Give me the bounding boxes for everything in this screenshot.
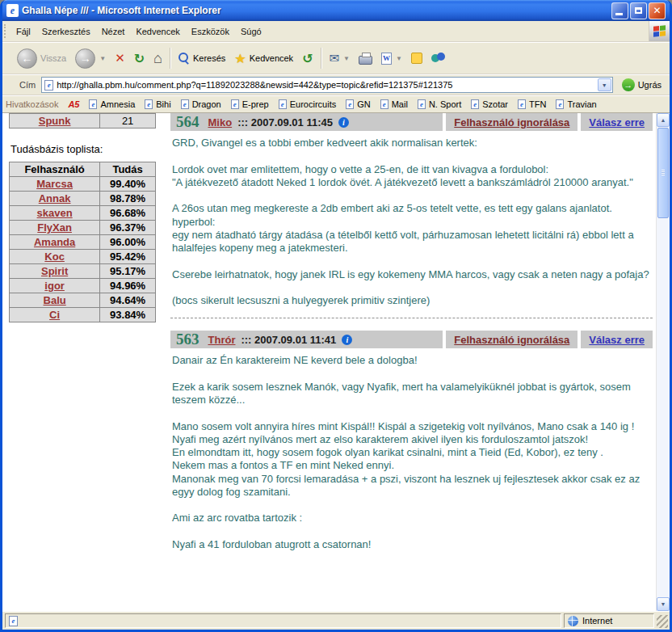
scrollbar-track[interactable] — [657, 219, 670, 597]
toplist-user-link[interactable]: Koc — [44, 251, 65, 263]
menu-tools[interactable]: Eszközök — [186, 21, 235, 41]
post-datetime: ::: 2007.09.01 11:41 — [241, 334, 336, 346]
edit-button[interactable]: W ▼ — [377, 44, 406, 72]
link-eurocircuits[interactable]: Eurocircuits — [279, 99, 336, 109]
vertical-scrollbar[interactable]: ▲ ▼ — [656, 113, 670, 611]
resize-grip[interactable] — [657, 615, 668, 628]
address-url[interactable]: http://ghalla.pbm.hu/comment.php?q=11892… — [57, 80, 594, 90]
note-button[interactable] — [407, 44, 426, 72]
post-number: 563 — [176, 331, 200, 348]
link-favicon — [231, 99, 239, 109]
toplist-score: 94.64% — [100, 293, 156, 308]
link-bihi[interactable]: Bihi — [145, 99, 170, 109]
print-button[interactable] — [355, 44, 376, 72]
toplist-user-link[interactable]: igor — [44, 280, 65, 292]
page-favicon — [44, 80, 53, 91]
post-datetime: ::: 2007.09.01 11:45 — [237, 116, 333, 129]
post-header: 563 Thrór ::: 2007.09.01 11:41 i Felhasz… — [170, 331, 653, 348]
toplist-user-link[interactable]: FlyXan — [37, 221, 72, 234]
toplist-user-link[interactable]: Amanda — [34, 236, 75, 248]
link-nsport[interactable]: N. Sport — [418, 99, 461, 109]
post-author-link[interactable]: Thrór — [208, 334, 236, 346]
link-favicon — [556, 99, 564, 109]
search-button[interactable]: Keresés — [174, 44, 229, 72]
scroll-down-button[interactable]: ▼ — [657, 597, 670, 611]
maximize-button[interactable] — [630, 2, 647, 19]
forward-button[interactable]: → ▼ — [71, 44, 110, 72]
link-travian[interactable]: Travian — [556, 99, 596, 109]
ie-window-icon: e — [6, 4, 19, 17]
toplist-score: 95.17% — [100, 264, 156, 279]
forward-dropdown-icon: ▼ — [99, 55, 106, 62]
menu-favorites[interactable]: Kedvencek — [130, 21, 185, 41]
scroll-up-button[interactable]: ▲ — [657, 113, 670, 127]
link-gn[interactable]: GN — [346, 99, 371, 109]
scrollbar-thumb[interactable] — [657, 128, 669, 218]
toplist-score: 96.00% — [100, 235, 156, 250]
forward-icon: → — [75, 48, 95, 69]
back-label: Vissza — [40, 53, 66, 63]
toplist-title: Tudásbázis toplista: — [10, 143, 158, 155]
minimize-button[interactable] — [611, 2, 628, 19]
sidebar: Spunk 21 Tudásbázis toplista: Felhasznál… — [9, 113, 158, 611]
link-eprep[interactable]: E-prep — [231, 99, 269, 109]
refresh-icon: ↻ — [134, 51, 145, 66]
reply-link[interactable]: Válasz erre — [589, 116, 645, 129]
links-bar-label: Hivatkozások — [6, 99, 58, 109]
table-row: igor94.96% — [10, 279, 156, 293]
info-icon[interactable]: i — [342, 335, 352, 345]
table-header-row: Felhasználó Tudás — [10, 162, 156, 177]
toplist-score: 93.84% — [100, 308, 156, 322]
toplist-user-link[interactable]: Annak — [39, 192, 71, 204]
toplist-user-link[interactable]: skaven — [37, 207, 73, 219]
mail-dropdown-icon: ▼ — [343, 55, 350, 62]
toplist-user-link[interactable]: Marcsa — [36, 178, 73, 190]
link-a5[interactable]: A5 — [68, 99, 79, 109]
link-szotar[interactable]: Szotar — [471, 99, 508, 109]
link-favicon — [279, 99, 287, 109]
back-button[interactable]: ← Vissza — [13, 44, 70, 72]
close-button[interactable]: ✕ — [649, 2, 666, 19]
link-favicon — [145, 99, 153, 109]
menu-file[interactable]: Fájl — [10, 21, 36, 41]
menu-edit[interactable]: Szerkesztés — [36, 21, 96, 41]
go-button[interactable]: → Ugrás — [617, 77, 666, 93]
address-field[interactable]: http://ghalla.pbm.hu/comment.php?q=11892… — [41, 77, 612, 93]
a5-logo-icon: A5 — [68, 99, 79, 109]
history-button[interactable]: ↺ — [298, 44, 317, 72]
mail-icon: ✉ — [330, 51, 340, 65]
toplist-score: 96.37% — [100, 221, 156, 235]
mail-button[interactable]: ✉ ▼ — [326, 44, 355, 72]
favorites-button[interactable]: ★ Kedvencek — [230, 44, 297, 72]
info-icon[interactable]: i — [338, 117, 349, 128]
toplist-user-link[interactable]: Spirit — [41, 265, 68, 277]
menubar-grip-handle[interactable] — [4, 24, 8, 38]
user-score-table: Spunk 21 — [9, 113, 156, 129]
home-button[interactable]: ⌂ — [149, 44, 166, 72]
link-amnesia[interactable]: Amnesia — [89, 99, 135, 109]
toplist-user-link[interactable]: Balu — [44, 294, 66, 306]
stop-button[interactable]: ✕ — [111, 44, 129, 72]
browser-window: e Ghalla Népe /// - Microsoft Internet E… — [0, 0, 672, 632]
address-dropdown-button[interactable]: ▼ — [598, 78, 611, 91]
refresh-button[interactable]: ↻ — [130, 44, 149, 72]
toplist-score: 95.42% — [100, 250, 156, 264]
post-body: Danair az Én karaktereim NE keverd bele … — [170, 354, 653, 551]
toplist-user-link[interactable]: Ci — [49, 309, 60, 321]
menu-help[interactable]: Súgó — [235, 21, 267, 41]
link-dragon[interactable]: Dragon — [181, 99, 221, 109]
link-mail[interactable]: Mail — [380, 99, 408, 109]
ignore-user-link[interactable]: Felhasználó ignorálása — [454, 116, 569, 129]
user-score: 21 — [122, 115, 133, 127]
messenger-button[interactable] — [427, 44, 449, 72]
post-separator — [170, 318, 653, 318]
address-bar: Cím http://ghalla.pbm.hu/comment.php?q=1… — [2, 74, 670, 95]
table-row: Ci93.84% — [10, 308, 156, 322]
menu-view[interactable]: Nézet — [96, 21, 131, 41]
ignore-user-link[interactable]: Felhasználó ignorálása — [454, 334, 569, 346]
sidebar-user-link[interactable]: Spunk — [39, 115, 71, 127]
link-tfn[interactable]: TFN — [518, 99, 546, 109]
post-author-link[interactable]: Miko — [208, 116, 233, 129]
search-icon — [178, 53, 190, 64]
reply-link[interactable]: Válasz erre — [589, 334, 645, 346]
